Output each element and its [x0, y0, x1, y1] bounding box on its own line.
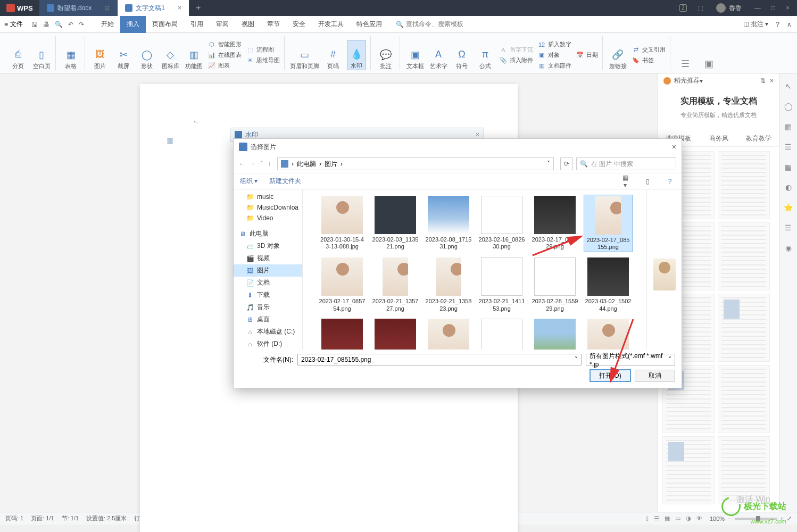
textbox-button[interactable]: ▣文本框 — [405, 40, 425, 70]
tab-doc2-active[interactable]: 文字文稿1× — [118, 0, 189, 16]
template-item[interactable] — [662, 436, 715, 504]
cat-tab-business[interactable]: 商务风 — [699, 131, 739, 146]
tree-pictures[interactable]: 🖼图片 — [234, 264, 302, 277]
tree-3d[interactable]: 🗃3D 对象 — [234, 240, 302, 252]
settings-icon[interactable]: ⇅ — [760, 77, 766, 85]
view-mode-icon[interactable]: ◑ — [686, 515, 691, 522]
object-button[interactable]: ▣对象 — [537, 51, 571, 60]
file-item[interactable]: 2023-02-03_113521.png — [371, 195, 420, 252]
dropcap-button[interactable]: A首字下沉 — [499, 46, 533, 54]
view-web-icon[interactable]: ▦ — [665, 515, 670, 522]
shape-tool-icon[interactable]: ◯ — [783, 101, 794, 112]
tab-doc1[interactable]: 盼望着.docx⊡ — [39, 0, 118, 16]
file-item[interactable] — [371, 318, 420, 350]
search-command[interactable]: 🔍 查找命令、搜索模板 — [396, 20, 463, 29]
loading-icon[interactable]: ◉ — [783, 243, 794, 253]
file-item[interactable]: 2023-02-21_135727.png — [371, 256, 420, 313]
tree-musicdl[interactable]: 📁MusicDownloa — [234, 202, 302, 213]
filetype-combo[interactable]: 所有图片格式(*.emf *.wmf *.jp˅ — [586, 354, 675, 365]
tree-downloads[interactable]: ⬇下载 — [234, 289, 302, 301]
search-files-input[interactable]: 🔍 在 图片 中搜索 — [576, 157, 676, 170]
file-item[interactable] — [318, 318, 367, 350]
breadcrumb-thispc[interactable]: 此电脑 — [297, 160, 316, 169]
nav-back-icon[interactable]: ← — [239, 160, 245, 168]
template-item[interactable] — [718, 151, 770, 219]
insertnum-button[interactable]: 12插入数字 — [537, 40, 571, 49]
view-outline-icon[interactable]: ☰ — [654, 515, 659, 522]
chart-button[interactable]: 📈图表 — [207, 62, 242, 70]
ribbon-tab-reference[interactable]: 引用 — [184, 16, 210, 33]
equation-button[interactable]: π公式 — [476, 40, 495, 70]
zoom-fit-icon[interactable]: ⤢ — [787, 515, 792, 522]
file-item[interactable] — [584, 318, 633, 350]
collapse-ribbon-icon[interactable]: ∧ — [787, 21, 792, 28]
close-icon[interactable]: × — [786, 4, 790, 12]
nav-history-icon[interactable]: ˅ — [260, 160, 263, 168]
tree-videos[interactable]: 🎬视频 — [234, 252, 302, 264]
styles-icon[interactable]: ▦ — [783, 162, 794, 172]
screenshot-button[interactable]: ✂截屏 — [114, 40, 133, 70]
bookmark-button[interactable]: 🔖书签 — [632, 56, 666, 65]
help-icon[interactable]: ? — [665, 178, 675, 185]
outline-icon[interactable]: ☰ — [783, 142, 794, 152]
ribbon-tab-review[interactable]: 审阅 — [210, 16, 235, 33]
gift-icon[interactable]: ⬚ — [698, 4, 703, 12]
section-break-button[interactable]: ⎙分页 — [9, 40, 28, 70]
template-item[interactable] — [718, 222, 770, 290]
wordart-button[interactable]: A艺术字 — [429, 40, 448, 70]
preview-toggle-button[interactable]: ▯ — [642, 178, 653, 185]
save-icon[interactable]: 🖫 — [31, 21, 38, 28]
address-bar[interactable]: › 此电脑 › 图片 › ˅ — [277, 157, 554, 170]
refresh-button[interactable]: ⟳ — [560, 157, 573, 170]
file-item[interactable]: 2023-02-17_082729.png — [530, 195, 579, 252]
annotation-button[interactable]: ◫ 批注 ▾ — [743, 20, 769, 29]
datetime-button[interactable]: 📅日期 — [576, 51, 598, 60]
tree-documents[interactable]: 📄文档 — [234, 277, 302, 289]
shape-button[interactable]: ◯形状 — [137, 40, 156, 70]
recent-icon[interactable]: ☰ — [783, 222, 794, 233]
close-icon[interactable]: × — [476, 131, 479, 138]
palette-icon[interactable]: ◐ — [783, 182, 794, 193]
file-item[interactable]: 2023-02-21_135823.png — [424, 256, 473, 313]
minimize-icon[interactable]: — — [754, 4, 761, 12]
chevron-down-icon[interactable]: ˅ — [547, 160, 550, 168]
ribbon-tab-layout[interactable]: 页面布局 — [146, 16, 184, 33]
open-button[interactable]: 打开(O) — [590, 370, 630, 381]
iconlib-button[interactable]: ◇图标库 — [161, 40, 180, 70]
print-icon[interactable]: 🖶 — [43, 21, 49, 28]
onlinechart-button[interactable]: 📊在线图表 — [207, 51, 242, 60]
attachment-button[interactable]: 📎插入附件 — [499, 56, 533, 65]
tree-video[interactable]: 📁Video — [234, 213, 302, 223]
file-item[interactable]: 2023-02-17_085754.png — [318, 256, 367, 313]
view-read-icon[interactable]: ▭ — [675, 515, 680, 522]
ribbon-tab-view[interactable]: 视图 — [235, 16, 261, 33]
view-page-icon[interactable]: ▯ — [645, 515, 649, 522]
redo-icon[interactable]: ↷ — [79, 21, 84, 28]
comment-button[interactable]: 💬批注 — [376, 40, 395, 70]
organize-menu[interactable]: 组织 ▾ — [240, 177, 258, 186]
file-item[interactable] — [424, 318, 473, 350]
flowchart-button[interactable]: ⬚流程图 — [246, 46, 280, 54]
view-eye-icon[interactable]: 👁 — [696, 515, 702, 522]
blank-page-button[interactable]: ▯空白页 — [32, 40, 51, 70]
extra2-button[interactable]: ▣ — [699, 40, 718, 70]
newfolder-button[interactable]: 新建文件夹 — [269, 177, 301, 186]
close-icon[interactable]: × — [672, 143, 676, 151]
maximize-icon[interactable]: □ — [771, 4, 775, 12]
file-grid[interactable]: 2023-01-30-15-43-13-088.jpg 2023-02-03_1… — [303, 189, 646, 350]
file-item[interactable]: 2023-02-16_082630.png — [477, 195, 526, 252]
favorites-icon[interactable]: ⭐ — [783, 202, 794, 213]
nav-up-icon[interactable]: ↑ — [268, 160, 271, 168]
undo-icon[interactable]: ↶ — [68, 21, 73, 28]
pagenum-button[interactable]: #页码 — [323, 40, 343, 70]
close-tab-icon[interactable]: ⊡ — [104, 4, 110, 12]
file-item[interactable]: 2023-01-30-15-43-13-088.jpg — [318, 195, 367, 252]
ribbon-tab-special[interactable]: 特色应用 — [350, 16, 388, 33]
cursor-tool-icon[interactable]: ↖ — [783, 81, 794, 92]
file-item[interactable]: 2023-03-02_150244.png — [584, 256, 633, 313]
tree-music[interactable]: 📁music — [234, 192, 302, 202]
badge-icon[interactable]: 2 — [679, 4, 687, 12]
template-item[interactable] — [718, 294, 770, 362]
file-item[interactable] — [530, 318, 579, 350]
panel-close-icon[interactable]: × — [770, 77, 774, 85]
